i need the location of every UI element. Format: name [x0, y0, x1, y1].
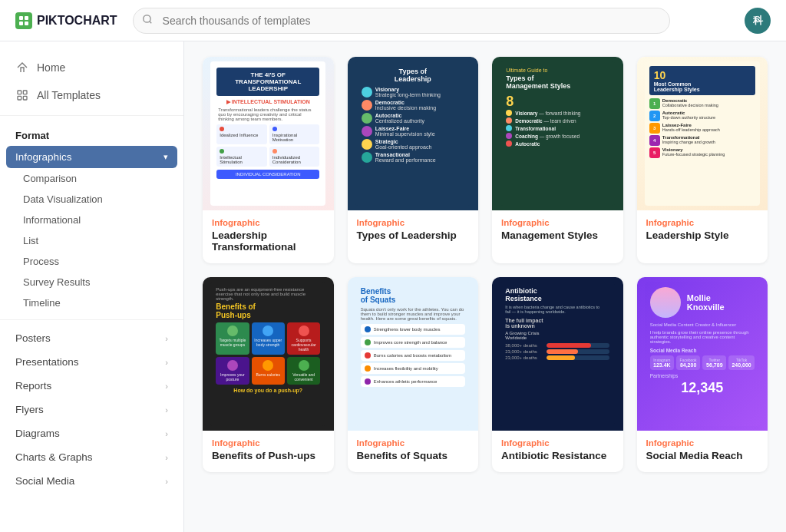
card-preview-3: Ultimate Guide to Types ofManagement Sty…	[492, 57, 623, 210]
template-card-squats[interactable]: Benefitsof Squats Squats don't only work…	[348, 277, 479, 472]
search-bar	[133, 8, 670, 34]
template-card-management-styles[interactable]: Ultimate Guide to Types ofManagement Sty…	[492, 57, 623, 263]
card-preview-6: Benefitsof Squats Squats don't only work…	[348, 277, 479, 431]
sidebar-divider	[0, 115, 183, 116]
card5-preview: Push-ups are an equipment-free resistanc…	[210, 282, 325, 426]
sidebar-item-diagrams[interactable]: Diagrams ›	[0, 421, 183, 445]
svg-rect-8	[18, 96, 21, 100]
card-name-7: Antibiotic Resistance	[501, 450, 614, 461]
app-header: PIKTOCHART 科	[0, 0, 786, 41]
posters-label: Posters	[15, 332, 51, 344]
chevron-right-icon: ›	[165, 477, 168, 486]
card-preview-1: THE 4I'S OFTRANSFORMATIONALLEADERSHIP ▶ …	[203, 57, 334, 210]
svg-rect-0	[19, 16, 23, 20]
card-info-3: Infographic Management Styles	[492, 210, 623, 252]
template-card-antibiotic[interactable]: AntibioticResistance It is when bacteria…	[492, 277, 623, 472]
format-sub-data-viz[interactable]: Data Visualization	[0, 189, 183, 210]
card-type-7: Infographic	[501, 438, 614, 448]
format-sub-comparison[interactable]: Comparison	[0, 168, 183, 189]
template-card-mollie[interactable]: MollieKnoxville Social Media Content Cre…	[637, 277, 768, 472]
card-info-5: Infographic Benefits of Push-ups	[203, 431, 334, 472]
grid-icon	[15, 88, 29, 102]
card-info-8: Infographic Social Media Reach	[637, 431, 768, 472]
svg-line-5	[149, 21, 151, 23]
card-name-5: Benefits of Push-ups	[212, 450, 325, 461]
sidebar-item-presentations[interactable]: Presentations ›	[0, 350, 183, 374]
chevron-down-icon: ▾	[163, 152, 168, 162]
sidebar-item-flyers[interactable]: Flyers ›	[0, 398, 183, 421]
sidebar-item-home[interactable]: Home	[0, 54, 183, 81]
avatar[interactable]: 科	[745, 8, 771, 34]
sidebar-item-social-media[interactable]: Social Media ›	[0, 469, 183, 493]
templates-grid: THE 4I'S OFTRANSFORMATIONALLEADERSHIP ▶ …	[203, 57, 768, 472]
card-preview-7: AntibioticResistance It is when bacteria…	[492, 277, 623, 431]
sidebar-item-reports[interactable]: Reports ›	[0, 374, 183, 398]
card-name-3: Management Styles	[501, 230, 614, 241]
card1-preview: THE 4I'S OFTRANSFORMATIONALLEADERSHIP ▶ …	[210, 61, 325, 206]
template-card-types-leadership[interactable]: Types ofLeadership VisionaryStrategic lo…	[348, 57, 479, 263]
card-type-1: Infographic	[212, 218, 325, 227]
chevron-right-icon: ›	[165, 453, 168, 462]
sidebar-item-charts-graphs[interactable]: Charts & Graphs ›	[0, 445, 183, 469]
infographics-label: Infographics	[15, 151, 72, 163]
format-sub-informational[interactable]: Informational	[0, 210, 183, 230]
card-preview-4: 10 Most CommonLeadership Styles 1 Democr…	[637, 57, 768, 210]
logo-text: PIKTOCHART	[37, 14, 117, 28]
sidebar: Home All Templates Format Infographics ▾…	[0, 41, 184, 532]
card-preview-8: MollieKnoxville Social Media Content Cre…	[637, 277, 768, 431]
card-type-3: Infographic	[501, 218, 614, 227]
card-info-1: Infographic Leadership Transformational	[203, 210, 334, 263]
nav-all-templates-label: All Templates	[37, 89, 101, 101]
card-type-5: Infographic	[212, 438, 325, 448]
card7-preview: AntibioticResistance It is when bacteria…	[500, 282, 615, 426]
card-name-2: Types of Leadership	[357, 230, 470, 241]
format-sub-process[interactable]: Process	[0, 251, 183, 272]
card-type-4: Infographic	[646, 218, 759, 227]
svg-rect-6	[18, 91, 21, 94]
svg-rect-1	[25, 16, 28, 20]
card-type-2: Infographic	[357, 218, 470, 227]
sidebar-divider-2	[0, 319, 183, 320]
svg-rect-2	[19, 21, 23, 25]
format-sub-timeline[interactable]: Timeline	[0, 292, 183, 313]
logo[interactable]: PIKTOCHART	[15, 12, 117, 29]
card-name-8: Social Media Reach	[646, 450, 759, 461]
format-section-label: Format	[0, 122, 183, 146]
sidebar-item-posters[interactable]: Posters ›	[0, 326, 183, 350]
logo-icon	[15, 12, 32, 29]
card-info-4: Infographic Leadership Style	[637, 210, 768, 252]
card-name-6: Benefits of Squats	[357, 450, 470, 461]
template-card-leadership-transformational[interactable]: THE 4I'S OFTRANSFORMATIONALLEADERSHIP ▶ …	[203, 57, 334, 263]
card-type-6: Infographic	[357, 438, 470, 448]
chevron-right-icon: ›	[165, 429, 168, 438]
presentations-label: Presentations	[15, 356, 79, 368]
chevron-right-icon: ›	[165, 405, 168, 415]
search-icon	[142, 14, 153, 28]
chevron-right-icon: ›	[165, 382, 168, 391]
card2-preview: Types ofLeadership VisionaryStrategic lo…	[355, 61, 471, 206]
card3-preview: Ultimate Guide to Types ofManagement Sty…	[500, 61, 615, 206]
diagrams-label: Diagrams	[15, 428, 60, 439]
main-content: THE 4I'S OFTRANSFORMATIONALLEADERSHIP ▶ …	[184, 41, 786, 532]
chevron-right-icon: ›	[165, 334, 168, 343]
card-type-8: Infographic	[646, 438, 759, 448]
format-sub-list[interactable]: List	[0, 230, 183, 251]
search-input[interactable]	[133, 8, 670, 34]
svg-rect-7	[23, 91, 27, 94]
card6-preview: Benefitsof Squats Squats don't only work…	[355, 282, 471, 426]
charts-graphs-label: Charts & Graphs	[15, 451, 93, 463]
format-sub-survey[interactable]: Survey Results	[0, 272, 183, 292]
template-card-leadership-style[interactable]: 10 Most CommonLeadership Styles 1 Democr…	[637, 57, 768, 263]
card8-preview: MollieKnoxville Social Media Content Cre…	[645, 282, 760, 426]
sidebar-item-all-templates[interactable]: All Templates	[0, 81, 183, 109]
card-name-4: Leadership Style	[646, 230, 759, 241]
reports-label: Reports	[15, 380, 51, 392]
main-layout: Home All Templates Format Infographics ▾…	[0, 41, 786, 532]
card-info-2: Infographic Types of Leadership	[348, 210, 479, 252]
svg-point-4	[143, 15, 150, 21]
social-media-label: Social Media	[15, 475, 74, 487]
home-icon	[15, 61, 29, 74]
format-item-infographics[interactable]: Infographics ▾	[6, 146, 177, 168]
nav-home-label: Home	[37, 61, 65, 74]
template-card-pushups[interactable]: Push-ups are an equipment-free resistanc…	[203, 277, 334, 472]
